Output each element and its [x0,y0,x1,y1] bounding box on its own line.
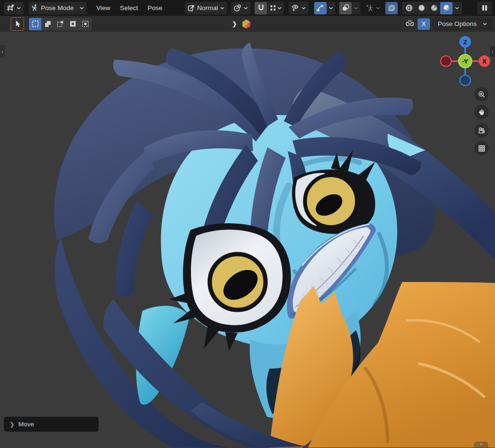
snapping-group [254,2,284,14]
select-mode-subtract[interactable] [54,18,66,30]
mirror-butterfly-icon[interactable] [405,19,415,29]
expand-chevron-icon: ❯ [10,421,14,428]
ortho-toggle-button[interactable] [474,141,489,155]
viewport-render[interactable] [0,32,495,448]
tool-settings-bar: ❯ X Pose Options [0,16,495,32]
pivot-point-icon [233,4,241,12]
zoom-button[interactable] [474,87,489,102]
shading-rendered-button[interactable] [440,2,453,14]
mirror-x-label: X [422,20,426,27]
pan-button[interactable] [474,105,489,119]
material-sphere-icon [430,4,438,12]
overlays-group [339,2,360,14]
mode-label: Pose Mode [41,4,74,12]
cursor-icon [13,20,22,28]
pivot-point-dropdown[interactable] [231,2,251,14]
axis-neg-y-label: -Y [462,58,469,65]
xray-icon [388,4,396,12]
select-extend-icon [44,20,52,28]
eye-cursor-icon [291,4,299,12]
chevron-down-icon [301,6,306,11]
snap-target-dropdown[interactable] [267,2,284,14]
snap-toggle[interactable] [254,2,267,14]
select-mode-intersect[interactable] [79,18,91,30]
menu-view[interactable]: View [91,0,115,16]
gizmo-icon [317,4,325,12]
shading-group [402,2,462,14]
axis-navigation-gizmo[interactable]: Z X -Y [439,35,492,88]
rendered-sphere-icon [443,4,451,12]
camera-view-button[interactable] [474,123,489,138]
shading-wireframe-button[interactable] [403,2,415,14]
chevron-down-icon [79,6,84,11]
footer-expand-tab[interactable]: ^ [474,442,488,448]
show-overlays-toggle[interactable] [339,2,352,14]
hand-icon [478,108,486,116]
operator-panel-label: Move [18,421,34,428]
orientation-normal-icon [187,4,195,12]
show-gizmos-toggle[interactable] [314,2,327,14]
select-invert-icon [69,20,77,28]
chevron-down-icon [220,6,225,11]
tool-header-right: X Pose Options [405,18,492,30]
select-subtract-icon [56,20,64,28]
editor-type-button[interactable] [4,2,24,14]
chevron-down-icon [455,6,459,11]
magnet-icon [257,4,265,12]
grid-icon [478,144,486,153]
select-set-icon [31,20,39,28]
toolbar-expand-tab[interactable]: › [0,45,5,58]
pause-icon [481,4,489,12]
chevron-down-icon [243,6,248,11]
axis-neg-x-ball[interactable] [441,56,451,66]
active-tool-select-box[interactable] [11,17,24,31]
select-intersect-icon [81,20,89,28]
shading-dropdown[interactable] [453,2,461,14]
select-mode-extend[interactable] [41,18,54,30]
viewport-header: Pose Mode View Select Pose Normal [0,0,495,16]
axis-neg-z-ball[interactable] [460,75,470,86]
expand-tool-settings-chevron[interactable]: ❯ [232,20,237,27]
3d-viewport-editor-icon [6,4,14,12]
axis-z-label: Z [463,39,468,46]
armature-overlay-dropdown[interactable] [363,2,376,14]
pause-preview-button[interactable] [477,2,492,14]
chevron-down-icon [376,6,381,11]
operator-panel-move[interactable]: ❯ Move [4,417,99,432]
xray-toggle[interactable] [385,2,398,14]
overlays-dropdown[interactable] [352,2,360,14]
wireframe-sphere-icon [405,4,413,12]
shading-solid-button[interactable] [415,2,428,14]
chevron-down-icon [354,6,358,11]
gizmos-group [314,2,335,14]
chevron-down-icon [16,6,21,11]
pose-options-dropdown[interactable]: Pose Options [433,18,492,30]
pose-options-label: Pose Options [438,20,477,27]
mode-selector[interactable]: Pose Mode [28,2,87,14]
object-visibility-dropdown[interactable] [289,2,308,14]
transform-orientation-dropdown[interactable]: Normal [185,2,228,14]
select-mode-group [29,18,91,30]
active-object-icon[interactable] [241,19,252,29]
menu-select[interactable]: Select [115,0,143,16]
axis-x-label: X [482,58,487,65]
chevron-down-icon [482,22,487,26]
chevron-down-icon [277,6,282,11]
armature-figure-icon [366,4,374,12]
select-mode-set[interactable] [29,18,41,30]
camera-icon [478,127,486,135]
armature-overlay-group [363,2,381,14]
chevron-down-icon [329,6,333,11]
menu-pose[interactable]: Pose [143,0,167,16]
mirror-x-toggle[interactable]: X [418,18,430,30]
gizmos-dropdown[interactable] [327,2,335,14]
select-mode-invert[interactable] [66,18,79,30]
magnifier-plus-icon [478,90,486,99]
shading-material-button[interactable] [428,2,440,14]
toolbar-expand-glyph: › [1,49,3,54]
snap-elements-icon [269,4,277,12]
solid-sphere-icon [418,4,426,12]
overlays-icon [342,4,350,12]
footer-expand-glyph: ^ [480,443,482,448]
tool-header-center: ❯ [232,19,252,29]
